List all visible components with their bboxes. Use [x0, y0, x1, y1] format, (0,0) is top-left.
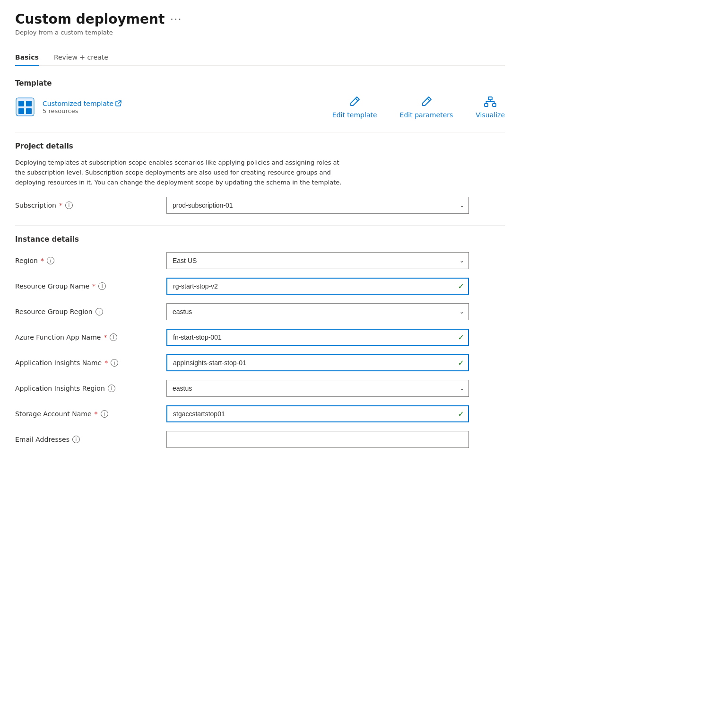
template-section-label: Template	[15, 79, 505, 88]
svg-rect-4	[26, 108, 32, 114]
page-title: Custom deployment	[15, 11, 165, 27]
svg-rect-6	[485, 104, 488, 106]
application-insights-name-label: Application Insights Name * i	[15, 359, 166, 367]
subscription-required: *	[59, 201, 62, 209]
subscription-control: prod-subscription-01 ⌄	[166, 197, 469, 214]
resource-group-name-wrapper: ✓	[166, 278, 469, 295]
region-label: Region * i	[15, 257, 166, 264]
application-insights-region-row: Application Insights Region i eastus ⌄	[15, 380, 505, 397]
azure-function-app-name-input[interactable]	[166, 329, 469, 346]
application-insights-region-info-icon[interactable]: i	[108, 385, 115, 392]
subscription-row: Subscription * i prod-subscription-01 ⌄	[15, 197, 505, 214]
edit-parameters-icon	[420, 95, 433, 108]
resource-group-name-info-icon[interactable]: i	[98, 282, 106, 290]
region-select[interactable]: East US	[166, 252, 469, 269]
region-wrapper: East US ⌄	[166, 252, 469, 269]
application-insights-name-wrapper: ✓	[166, 354, 469, 371]
svg-rect-5	[488, 97, 492, 100]
resource-group-region-control: eastus ⌄	[166, 303, 469, 320]
svg-rect-7	[493, 104, 496, 106]
resource-group-region-select[interactable]: eastus	[166, 303, 469, 320]
email-addresses-wrapper	[166, 431, 469, 448]
resource-group-name-label: Resource Group Name * i	[15, 282, 166, 290]
storage-account-name-row: Storage Account Name * i ✓	[15, 405, 505, 422]
template-info: Customized template 5 resources	[43, 100, 121, 114]
instance-details-label: Instance details	[15, 235, 505, 244]
more-options-icon[interactable]: ···	[170, 14, 182, 25]
svg-rect-3	[18, 108, 24, 114]
edit-parameters-button[interactable]: Edit parameters	[400, 95, 453, 119]
application-insights-name-info-icon[interactable]: i	[111, 359, 118, 367]
page-header: Custom deployment ···	[15, 11, 505, 27]
resource-group-region-label: Resource Group Region i	[15, 308, 166, 315]
application-insights-region-select[interactable]: eastus	[166, 380, 469, 397]
visualize-icon	[484, 95, 497, 108]
page-subtitle: Deploy from a custom template	[15, 29, 505, 36]
resource-group-region-row: Resource Group Region i eastus ⌄	[15, 303, 505, 320]
email-addresses-row: Email Addresses i	[15, 431, 505, 448]
divider-1	[15, 132, 505, 132]
resource-group-region-info-icon[interactable]: i	[95, 308, 103, 315]
region-info-icon[interactable]: i	[47, 257, 54, 264]
region-row: Region * i East US ⌄	[15, 252, 505, 269]
template-name-link[interactable]: Customized template	[43, 100, 121, 107]
storage-account-name-required: *	[95, 410, 98, 418]
storage-account-name-info-icon[interactable]: i	[101, 410, 108, 418]
subscription-select[interactable]: prod-subscription-01	[166, 197, 469, 214]
azure-function-app-name-wrapper: ✓	[166, 329, 469, 346]
tab-review-create[interactable]: Review + create	[54, 50, 108, 66]
region-required: *	[41, 257, 44, 264]
instance-details-section: Instance details Region * i East US ⌄ Re…	[15, 235, 505, 448]
visualize-button[interactable]: Visualize	[476, 95, 505, 119]
subscription-wrapper: prod-subscription-01 ⌄	[166, 197, 469, 214]
email-addresses-info-icon[interactable]: i	[72, 436, 80, 443]
resource-group-region-wrapper: eastus ⌄	[166, 303, 469, 320]
storage-account-name-control: ✓	[166, 405, 469, 422]
subscription-label: Subscription * i	[15, 201, 166, 209]
template-actions: Edit template Edit parameters Visualize	[332, 95, 505, 119]
divider-2	[15, 225, 505, 226]
project-details-section: Project details Deploying templates at s…	[15, 142, 505, 214]
project-description: Deploying templates at subscription scop…	[15, 158, 346, 187]
application-insights-region-label: Application Insights Region i	[15, 385, 166, 392]
application-insights-name-input[interactable]	[166, 354, 469, 371]
storage-account-name-label: Storage Account Name * i	[15, 410, 166, 418]
project-details-label: Project details	[15, 142, 505, 150]
resource-group-name-input[interactable]	[166, 278, 469, 295]
storage-account-name-wrapper: ✓	[166, 405, 469, 422]
resource-group-name-control: ✓	[166, 278, 469, 295]
resource-group-name-required: *	[92, 282, 95, 290]
tab-basics[interactable]: Basics	[15, 50, 39, 66]
storage-account-name-input[interactable]	[166, 405, 469, 422]
email-addresses-label: Email Addresses i	[15, 436, 166, 443]
external-link-icon	[115, 100, 121, 106]
template-card: Customized template 5 resources Edit tem…	[15, 95, 505, 119]
template-section: Template Customized template 5 resources	[15, 79, 505, 119]
azure-function-app-name-info-icon[interactable]: i	[110, 333, 117, 341]
azure-function-app-name-row: Azure Function App Name * i ✓	[15, 329, 505, 346]
edit-template-button[interactable]: Edit template	[332, 95, 377, 119]
application-insights-name-row: Application Insights Name * i ✓	[15, 354, 505, 371]
application-insights-region-control: eastus ⌄	[166, 380, 469, 397]
svg-rect-2	[26, 101, 32, 106]
resource-group-name-row: Resource Group Name * i ✓	[15, 278, 505, 295]
application-insights-region-wrapper: eastus ⌄	[166, 380, 469, 397]
template-resources: 5 resources	[43, 107, 121, 114]
template-icon	[15, 97, 35, 117]
application-insights-name-required: *	[104, 359, 108, 367]
azure-function-app-name-label: Azure Function App Name * i	[15, 333, 166, 341]
email-addresses-control	[166, 431, 469, 448]
edit-template-icon	[348, 95, 361, 108]
svg-rect-1	[18, 101, 24, 106]
tab-bar: Basics Review + create	[15, 49, 505, 66]
application-insights-name-control: ✓	[166, 354, 469, 371]
email-addresses-input[interactable]	[166, 431, 469, 448]
azure-function-app-name-control: ✓	[166, 329, 469, 346]
region-control: East US ⌄	[166, 252, 469, 269]
subscription-info-icon[interactable]: i	[65, 201, 73, 209]
azure-function-app-name-required: *	[104, 333, 107, 341]
